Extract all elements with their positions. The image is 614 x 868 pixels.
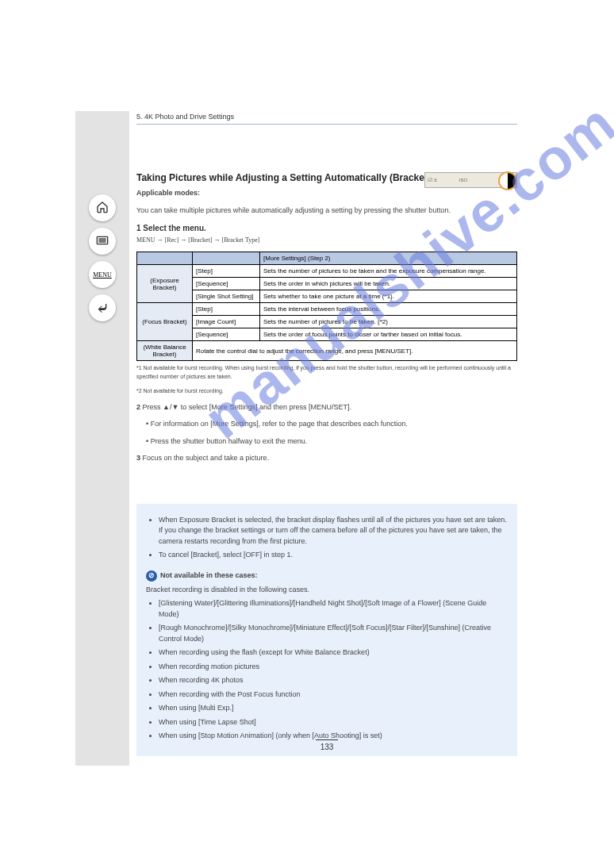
unavailable-lead: Bracket recording is disabled in the fol… — [146, 585, 508, 596]
group-wb: (White Balance Bracket) — [137, 341, 193, 361]
group-exposure: (Exposure Bracket) — [137, 265, 193, 303]
step-3: 3 Focus on the subject and take a pictur… — [136, 453, 517, 464]
mode-indicator: ☑ ± ISO — [424, 172, 517, 188]
table-cell: [Step] — [193, 265, 260, 278]
contents-button[interactable] — [89, 228, 116, 255]
unavailable-heading: ⊘ Not available in these cases: — [146, 570, 508, 582]
unavail-item: When recording 4K photos — [159, 675, 508, 686]
back-button[interactable] — [89, 294, 116, 321]
step-2: 2 Press ▲/▼ to select [More Settings] an… — [136, 402, 517, 413]
sidebar: MENU — [75, 111, 129, 766]
footnote-1: *1 Not available for burst recording. Wh… — [136, 364, 517, 381]
applicable-modes-label: Applicable modes: — [136, 188, 517, 199]
unavail-item: When using [Time Lapse Shot] — [159, 717, 508, 728]
exposure-icon: ☑ ± — [428, 177, 437, 183]
bracket-settings-table: [More Settings] (Step 2) (Exposure Brack… — [136, 252, 517, 361]
list-icon — [96, 235, 109, 248]
footnote-2: *2 Not available for burst recording. — [136, 387, 517, 396]
step-2-bullet-1: • For information on [More Settings], re… — [136, 419, 517, 430]
menu-icon: MENU — [93, 271, 112, 278]
unavail-item: [Rough Monochrome]/[Silky Monochrome]/[M… — [159, 623, 508, 644]
note-item: To cancel [Bracket], select [OFF] in ste… — [159, 550, 508, 561]
page-number: 133 — [136, 739, 517, 751]
table-cell: Sets whether to take one picture at a ti… — [260, 290, 517, 303]
iso-label: ISO — [459, 178, 467, 182]
table-cell: Sets the order of focus points to closer… — [260, 328, 517, 341]
home-button[interactable] — [89, 194, 116, 221]
step-2-bullet-2: • Press the shutter button halfway to ex… — [136, 436, 517, 447]
menu-button[interactable]: MENU — [89, 261, 116, 288]
table-cell: [Sequence] — [193, 328, 260, 341]
table-cell: [Image Count] — [193, 316, 260, 328]
intro-paragraph: You can take multiple pictures while aut… — [136, 205, 517, 217]
table-cell: Sets the number of pictures to be taken.… — [260, 316, 517, 328]
page-content: 5. 4K Photo and Drive Settings ☑ ± ISO T… — [136, 111, 517, 766]
notes-box: When Exposure Bracket is selected, the b… — [136, 504, 517, 756]
unavail-item: When using [Multi Exp.] — [159, 703, 508, 714]
unavail-item: When recording using the flash (except f… — [159, 647, 508, 659]
prohibited-icon: ⊘ — [146, 570, 157, 582]
table-cell: [Step] — [193, 303, 260, 316]
chapter-header: 5. 4K Photo and Drive Settings — [136, 111, 517, 124]
home-icon — [96, 201, 109, 216]
table-header-more: [More Settings] (Step 2) — [260, 252, 517, 265]
table-cell: [Sequence] — [193, 278, 260, 290]
table-cell: Rotate the control dial to adjust the co… — [193, 341, 517, 361]
group-focus: (Focus Bracket) — [137, 303, 193, 341]
note-item: When Exposure Bracket is selected, the b… — [159, 515, 508, 547]
table-cell: [Single Shot Setting] — [193, 290, 260, 303]
menu-path: MENU → [Rec] → [Bracket] → [Bracket Type… — [136, 236, 517, 245]
table-header-blank2 — [193, 252, 260, 265]
unavail-item: [Glistening Water]/[Glittering Illuminat… — [159, 598, 508, 620]
table-cell: Sets the order in which pictures will be… — [260, 278, 517, 290]
unavail-item: When recording with the Post Focus funct… — [159, 689, 508, 701]
wb-circle-icon — [498, 171, 517, 190]
table-cell: Sets the number of pictures to be taken … — [260, 265, 517, 278]
back-icon — [96, 301, 109, 315]
header-rule — [136, 124, 517, 125]
table-header-blank1 — [137, 252, 193, 265]
step-1-heading: 1 Select the menu. — [136, 224, 517, 232]
unavail-item: When recording motion pictures — [159, 662, 508, 673]
table-cell: Sets the interval between focus position… — [260, 303, 517, 316]
